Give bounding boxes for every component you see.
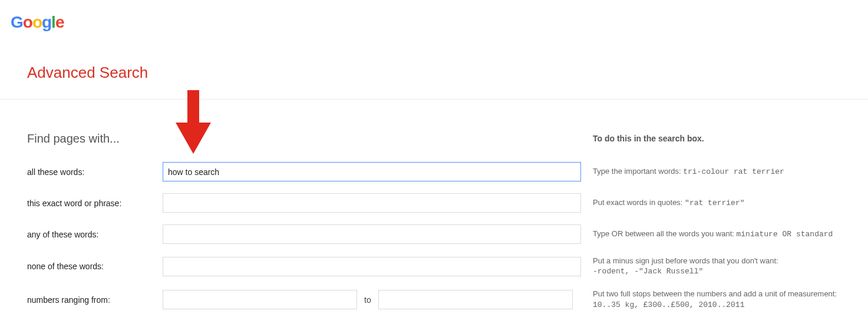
- range-separator: to: [364, 295, 371, 305]
- logo-letter: o: [23, 13, 32, 31]
- all-words-hint: Type the important words: tri-colour rat…: [593, 166, 862, 177]
- number-range-hint: Put two full stops between the numbers a…: [593, 289, 862, 310]
- hint-code: -rodent, -"Jack Russell": [593, 266, 862, 277]
- logo-letter: o: [32, 13, 42, 31]
- none-words-input[interactable]: [163, 257, 581, 276]
- hint-code: 10..35 kg, £300..£500, 2010..2011: [593, 300, 862, 311]
- number-range-label: numbers ranging from:: [27, 295, 163, 305]
- row-all-words: all these words: Type the important word…: [27, 162, 862, 181]
- form-area: Find pages with... To do this in the sea…: [27, 132, 862, 322]
- logo-letter: g: [42, 13, 51, 31]
- none-words-label: none of these words:: [27, 262, 163, 271]
- google-logo[interactable]: Google: [11, 13, 64, 32]
- hint-code: "rat terrier": [685, 199, 744, 207]
- range-to-input[interactable]: [378, 290, 573, 309]
- hint-text: Type the important words:: [593, 167, 683, 176]
- range-from-input[interactable]: [163, 290, 357, 309]
- exact-phrase-input[interactable]: [163, 193, 581, 213]
- hint-code: tri-colour rat terrier: [683, 167, 784, 176]
- exact-phrase-hint: Put exact words in quotes: "rat terrier": [593, 197, 862, 209]
- logo-letter: e: [55, 13, 64, 31]
- hint-code: miniature OR standard: [737, 230, 833, 239]
- hint-heading: To do this in the search box.: [593, 133, 862, 145]
- divider: [0, 99, 868, 100]
- row-number-range: numbers ranging from: to Put two full st…: [27, 289, 862, 310]
- any-words-input[interactable]: [163, 224, 581, 244]
- all-words-input[interactable]: [163, 162, 581, 181]
- logo-letter: G: [11, 13, 23, 31]
- header-row: Find pages with... To do this in the sea…: [27, 132, 862, 146]
- row-exact-phrase: this exact word or phrase: Put exact wor…: [27, 193, 862, 213]
- any-words-label: any of these words:: [27, 230, 163, 239]
- exact-phrase-label: this exact word or phrase:: [27, 199, 163, 208]
- row-any-words: any of these words: Type OR between all …: [27, 224, 862, 244]
- logo-letter: l: [51, 13, 55, 31]
- all-words-label: all these words:: [27, 167, 163, 177]
- find-pages-heading: Find pages with...: [27, 132, 163, 146]
- any-words-hint: Type OR between all the words you want: …: [593, 229, 862, 240]
- hint-text: Type OR between all the words you want:: [593, 229, 737, 238]
- page-title: Advanced Search: [27, 64, 148, 82]
- hint-text: Put exact words in quotes:: [593, 198, 685, 207]
- hint-text: Put two full stops between the numbers a…: [593, 289, 837, 298]
- row-none-words: none of these words: Put a minus sign ju…: [27, 256, 862, 277]
- hint-text: Put a minus sign just before words that …: [593, 256, 778, 265]
- none-words-hint: Put a minus sign just before words that …: [593, 256, 862, 277]
